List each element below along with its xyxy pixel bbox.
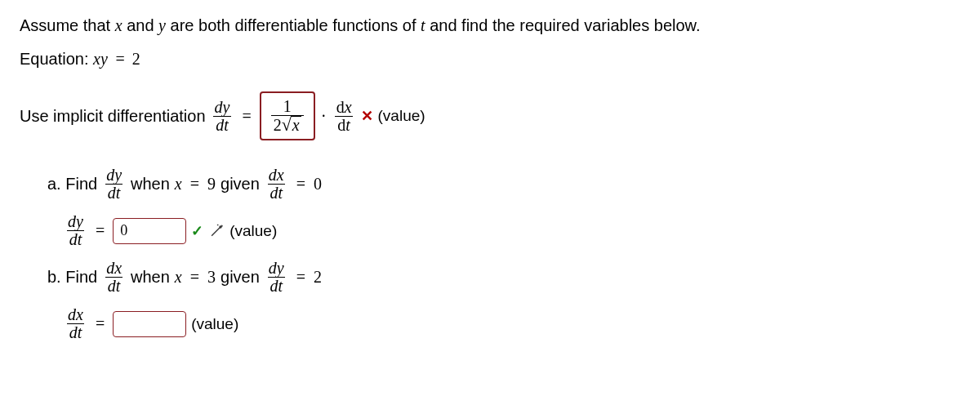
value-label-2: (value) xyxy=(229,222,277,240)
part-b-xval: 3 xyxy=(207,268,216,287)
equation-rhs: 2 xyxy=(132,50,140,68)
equation-prefix: Equation: xyxy=(20,50,93,68)
wand-icon[interactable] xyxy=(208,223,225,239)
intro-text: Assume that x and y are both differentia… xyxy=(20,16,701,34)
box-frac-num: 1 xyxy=(281,98,294,115)
frac-num-dy: dy xyxy=(215,98,230,116)
implicit-answer-box[interactable]: 1 2√x xyxy=(260,91,315,140)
pb-eq2: = xyxy=(293,268,309,287)
part-a-answer-input[interactable]: 0 xyxy=(113,218,186,244)
part-b-when: when xyxy=(131,268,170,287)
dot-multiply: · xyxy=(320,107,327,126)
part-b-ans-frac: dx dt xyxy=(65,306,86,341)
part-b-answer-row: dx dt = (value) xyxy=(20,306,960,341)
value-label-3: (value) xyxy=(191,315,238,333)
part-b-x: x xyxy=(175,268,182,287)
implicit-row: Use implicit differentiation dy dt = 1 2… xyxy=(20,91,960,140)
pa-num: dy xyxy=(106,166,122,184)
pb-num: dx xyxy=(106,259,122,277)
part-b-answer-input[interactable] xyxy=(113,311,186,337)
frac-den-t: t xyxy=(345,116,350,134)
implicit-label: Use implicit differentiation xyxy=(20,107,206,126)
pb-ans-den: dt xyxy=(69,323,82,341)
equation-eq: = xyxy=(112,50,131,68)
part-a-prompt: a. Find dy dt when x = 9 given dx dt = 0 xyxy=(20,167,960,202)
pa-den2: dt xyxy=(270,184,283,202)
part-b-dy-dt: dy dt xyxy=(266,260,287,295)
sqrt-radicand: x xyxy=(291,116,301,134)
part-a-x: x xyxy=(175,175,182,194)
frac-num-x: x xyxy=(345,98,352,116)
part-a-answer-row: dy dt = 0 ✓ (value) xyxy=(20,213,960,248)
equation-line: Equation: xy = 2 xyxy=(20,50,960,69)
pb-den: dt xyxy=(108,277,121,295)
svg-line-0 xyxy=(212,227,220,235)
correct-icon: ✓ xyxy=(191,222,203,240)
part-a-label: a. Find xyxy=(47,175,97,194)
part-a-when: when xyxy=(131,175,170,194)
sqrt-icon: √x xyxy=(282,116,301,134)
part-a-answer-value: 0 xyxy=(120,222,127,239)
frac-den-dt: dt xyxy=(216,116,229,134)
pa-num2: dx xyxy=(269,166,284,184)
box-frac-den-coeff: 2 xyxy=(274,116,282,134)
pa-ans-eq: = xyxy=(92,221,108,240)
pa-den: dt xyxy=(108,184,121,202)
frac-den-d: d xyxy=(337,116,345,134)
pb-ans-eq: = xyxy=(92,314,108,333)
part-a-given: given xyxy=(220,175,260,194)
pa-eq2: = xyxy=(293,175,309,194)
svg-point-1 xyxy=(220,226,221,228)
pb-ans-num: dx xyxy=(68,305,83,323)
value-label-1: (value) xyxy=(378,107,425,125)
part-a-ans-frac: dy dt xyxy=(65,213,86,248)
part-a-dy-dt: dy dt xyxy=(104,167,124,202)
pb-num2: dy xyxy=(269,259,284,277)
part-b-dx-dt: dx dt xyxy=(104,260,124,295)
part-b-label: b. Find xyxy=(47,268,97,287)
part-b-given: given xyxy=(220,268,260,287)
dx-dt-fraction: dx dt xyxy=(334,99,354,134)
part-a-xval: 9 xyxy=(207,175,216,194)
eq-sign-1: = xyxy=(238,107,254,126)
pb-den2: dt xyxy=(270,277,283,295)
wrong-icon: ✕ xyxy=(361,107,373,125)
dy-dt-fraction: dy dt xyxy=(212,99,233,134)
pa-ans-den: dt xyxy=(69,230,82,248)
problem-intro: Assume that x and y are both differentia… xyxy=(20,16,960,35)
part-a-dx-dt: dx dt xyxy=(266,167,287,202)
equation-xy: xy xyxy=(93,50,108,68)
pa-ans-num: dy xyxy=(68,212,83,230)
pb-eq1: = xyxy=(187,268,203,287)
frac-num-d: d xyxy=(336,98,345,116)
pa-eq1: = xyxy=(187,175,203,194)
part-a-rhs: 0 xyxy=(314,175,322,194)
part-b-rhs: 2 xyxy=(314,268,322,287)
box-fraction: 1 2√x xyxy=(271,98,304,134)
part-b-prompt: b. Find dx dt when x = 3 given dy dt = 2 xyxy=(20,260,960,295)
